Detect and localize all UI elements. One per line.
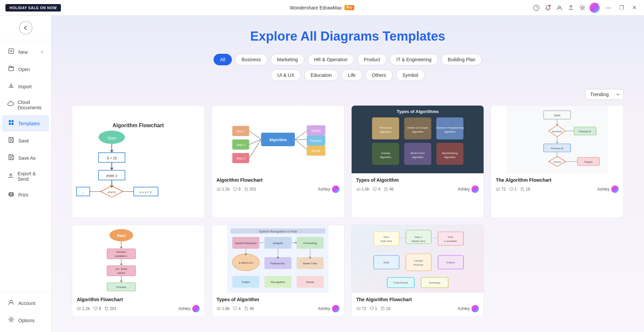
toolbar-icons: ? [533,5,585,11]
card-5-title: Algorithm Flowchart [77,297,200,302]
minimize-button[interactable]: — [604,4,613,12]
user-menu-icon[interactable] [556,5,562,11]
svg-rect-7 [9,120,11,122]
card-3-author: Ashley [458,185,479,193]
card-3-thumbnail: Types of Algorithms Recursive Algorithm … [352,106,484,173]
sort-select[interactable]: Trending Newest Most Used Most Liked [585,89,624,100]
holiday-sale-button[interactable]: HOLIDAY SALE ON NOW [5,4,61,12]
svg-text:Algorithm: Algorithm [444,156,456,159]
template-grid: Algorithm Flowchart Start S = 15 [72,105,624,317]
import-icon [7,82,15,91]
card-3-likes: 4 [373,187,380,192]
filter-tag-education[interactable]: Education [304,69,338,81]
filter-tag-building[interactable]: Building Plan [441,54,482,65]
filter-tag-symbol[interactable]: Symbol [396,69,425,81]
card-5-likes: 8 [93,306,101,311]
svg-rect-10 [12,123,14,125]
card-2-copies: 201 [244,187,256,192]
sidebar-item-account-label: Account [18,301,36,306]
card-3-info: Types of Algorithm 1.8k 4 46 [352,173,484,197]
close-button[interactable]: ✕ [630,4,639,12]
svg-text:Declare: Declare [117,250,126,253]
filter-tag-uiux[interactable]: UI & UX [271,69,301,81]
filter-tag-all[interactable]: All [214,54,232,65]
svg-text:Check: Check [553,160,561,163]
svg-text:Backtracking: Backtracking [442,152,458,155]
svg-text:Greedy: Greedy [381,152,390,155]
sidebar-item-cloud[interactable]: Cloud Documents [2,95,49,114]
svg-text:x = x + 2: x = x + 2 [140,191,152,194]
card-1-info: Algorithm Flowchart 1.2k 8 201 [72,218,204,218]
filter-tag-others[interactable]: Others [365,69,393,81]
card-3-views: 1.8k [356,187,370,192]
svg-point-186 [358,308,359,309]
svg-text:Process A: Process A [579,130,592,133]
sidebar-item-options[interactable]: Options [2,312,49,329]
svg-text:Algorithm: Algorithm [269,138,287,142]
svg-rect-169 [438,232,463,245]
svg-text:Algorithm: Algorithm [380,130,391,133]
sidebar-item-options-label: Options [18,318,35,323]
template-card-7[interactable]: Intro Note Text Step 1 details here Note… [351,225,484,317]
filter-tag-business[interactable]: Business [235,54,267,65]
sidebar-item-templates[interactable]: Templates [2,115,49,132]
svg-text:Dynamic Programming: Dynamic Programming [436,126,463,129]
sidebar-item-export[interactable]: Export & Send [2,167,49,186]
template-card-1[interactable]: Algorithm Flowchart Start S = 15 [72,105,205,218]
sidebar-item-new[interactable]: New + [2,44,49,60]
template-card-5[interactable]: Start Declare variables i, a,b, show val… [72,225,205,317]
svg-text:Step 3: Step 3 [236,157,245,160]
card-6-info: Types of Algorithm 1.8k 4 46 [212,293,344,316]
template-card-6[interactable]: Speech Recognition AI Flow Speech Resear… [212,225,345,317]
svg-text:Note: Note [447,236,453,239]
share-icon[interactable] [568,5,574,11]
sidebar-item-import-label: Import [18,84,32,89]
svg-point-2 [548,9,549,10]
sidebar-item-account[interactable]: Account [2,295,49,311]
svg-text:Recognition: Recognition [271,281,285,284]
maximize-button[interactable]: ❐ [617,4,626,12]
filter-tag-it[interactable]: IT & Engineering [390,54,438,65]
filter-tag-product[interactable]: Product [357,54,386,65]
filter-row-1: All Business Marketing HR & Operation Pr… [72,54,624,65]
sidebar-item-print[interactable]: Print [2,186,49,203]
sidebar-item-save[interactable]: Save [2,132,49,149]
card-1-thumbnail: Algorithm Flowchart Start S = 15 [72,106,204,218]
card-5-info: Algorithm Flowchart 1.2k 8 201 [72,293,204,316]
svg-text:Output: Output [446,261,455,264]
help-icon[interactable]: ? [533,5,539,11]
svg-point-107 [497,189,498,190]
card-3-title: Types of Algorithm [356,177,479,183]
sidebar-item-import[interactable]: Import [2,78,49,95]
svg-text:Recursive: Recursive [379,126,392,129]
sidebar-item-cloud-label: Cloud Documents [18,99,44,110]
card-2-title: Algorithm Flowchart [217,177,339,183]
filter-tag-hr[interactable]: HR & Operation [308,54,354,65]
settings-icon[interactable] [579,5,585,11]
sidebar-item-saveas[interactable]: Save As [2,150,49,166]
notifications-icon[interactable] [545,5,551,11]
card-7-meta: 72 1 18 Ashley [356,305,479,312]
svg-text:Summary: Summary [429,281,440,284]
card-7-copies: 18 [381,306,391,311]
template-card-3[interactable]: Types of Algorithms Recursive Algorithm … [351,105,484,218]
svg-point-127 [79,308,80,309]
sidebar-item-open-label: Open [18,67,30,72]
svg-text:Data: Data [383,261,389,264]
svg-rect-109 [87,225,189,293]
svg-text:Start: Start [108,136,116,140]
svg-text:Central: Central [414,259,423,262]
template-card-4[interactable]: Start Decision Process A Process B [491,105,624,218]
filter-tag-life[interactable]: Life [341,69,362,81]
sidebar-items: New + Open Import [0,40,51,291]
new-icon [7,48,15,56]
svg-text:Final Result: Final Result [394,281,408,284]
svg-text:Note Text: Note Text [380,240,392,243]
svg-text:Processing: Processing [303,242,317,245]
template-card-2[interactable]: Algorithm Step 1 Step 2 Step 3 [212,105,345,218]
back-button[interactable] [19,21,32,35]
sidebar-item-export-label: Export & Send [18,171,44,182]
sidebar-item-open[interactable]: Open [2,61,49,78]
avatar[interactable] [590,3,600,13]
filter-tag-marketing[interactable]: Marketing [271,54,304,65]
